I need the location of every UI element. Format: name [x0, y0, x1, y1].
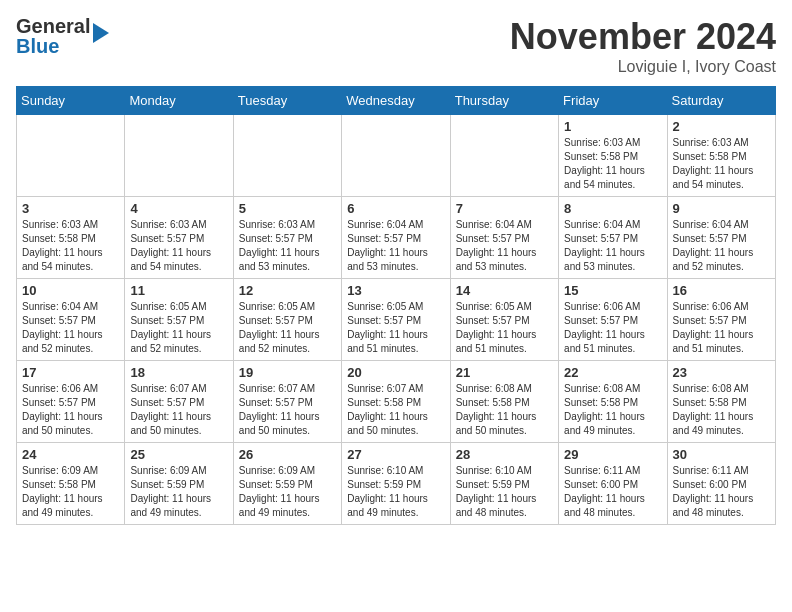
day-info: Sunrise: 6:05 AM Sunset: 5:57 PM Dayligh…	[130, 300, 227, 356]
calendar-cell: 21Sunrise: 6:08 AM Sunset: 5:58 PM Dayli…	[450, 361, 558, 443]
day-number: 22	[564, 365, 661, 380]
calendar-cell: 18Sunrise: 6:07 AM Sunset: 5:57 PM Dayli…	[125, 361, 233, 443]
logo: General Blue	[16, 16, 109, 56]
day-number: 6	[347, 201, 444, 216]
day-number: 25	[130, 447, 227, 462]
calendar-cell: 5Sunrise: 6:03 AM Sunset: 5:57 PM Daylig…	[233, 197, 341, 279]
title-block: November 2024 Loviguie I, Ivory Coast	[510, 16, 776, 76]
day-info: Sunrise: 6:05 AM Sunset: 5:57 PM Dayligh…	[456, 300, 553, 356]
day-info: Sunrise: 6:03 AM Sunset: 5:58 PM Dayligh…	[564, 136, 661, 192]
day-number: 13	[347, 283, 444, 298]
calendar-day-header: Tuesday	[233, 87, 341, 115]
day-info: Sunrise: 6:05 AM Sunset: 5:57 PM Dayligh…	[239, 300, 336, 356]
calendar-cell: 1Sunrise: 6:03 AM Sunset: 5:58 PM Daylig…	[559, 115, 667, 197]
day-info: Sunrise: 6:05 AM Sunset: 5:57 PM Dayligh…	[347, 300, 444, 356]
day-info: Sunrise: 6:04 AM Sunset: 5:57 PM Dayligh…	[22, 300, 119, 356]
calendar-cell: 15Sunrise: 6:06 AM Sunset: 5:57 PM Dayli…	[559, 279, 667, 361]
day-number: 18	[130, 365, 227, 380]
calendar-cell: 13Sunrise: 6:05 AM Sunset: 5:57 PM Dayli…	[342, 279, 450, 361]
calendar-cell: 12Sunrise: 6:05 AM Sunset: 5:57 PM Dayli…	[233, 279, 341, 361]
calendar-week-row: 17Sunrise: 6:06 AM Sunset: 5:57 PM Dayli…	[17, 361, 776, 443]
day-info: Sunrise: 6:03 AM Sunset: 5:57 PM Dayligh…	[239, 218, 336, 274]
calendar-cell: 11Sunrise: 6:05 AM Sunset: 5:57 PM Dayli…	[125, 279, 233, 361]
day-number: 8	[564, 201, 661, 216]
calendar-cell	[342, 115, 450, 197]
calendar-day-header: Wednesday	[342, 87, 450, 115]
day-info: Sunrise: 6:10 AM Sunset: 5:59 PM Dayligh…	[347, 464, 444, 520]
calendar-cell	[450, 115, 558, 197]
calendar-cell: 17Sunrise: 6:06 AM Sunset: 5:57 PM Dayli…	[17, 361, 125, 443]
day-number: 10	[22, 283, 119, 298]
calendar-cell	[233, 115, 341, 197]
location: Loviguie I, Ivory Coast	[510, 58, 776, 76]
day-number: 26	[239, 447, 336, 462]
day-info: Sunrise: 6:11 AM Sunset: 6:00 PM Dayligh…	[673, 464, 770, 520]
day-number: 30	[673, 447, 770, 462]
day-info: Sunrise: 6:04 AM Sunset: 5:57 PM Dayligh…	[347, 218, 444, 274]
calendar-cell: 9Sunrise: 6:04 AM Sunset: 5:57 PM Daylig…	[667, 197, 775, 279]
calendar-cell: 30Sunrise: 6:11 AM Sunset: 6:00 PM Dayli…	[667, 443, 775, 525]
calendar-cell: 23Sunrise: 6:08 AM Sunset: 5:58 PM Dayli…	[667, 361, 775, 443]
calendar-cell: 27Sunrise: 6:10 AM Sunset: 5:59 PM Dayli…	[342, 443, 450, 525]
calendar-cell: 20Sunrise: 6:07 AM Sunset: 5:58 PM Dayli…	[342, 361, 450, 443]
logo-bottom: Blue	[16, 36, 90, 56]
month-title: November 2024	[510, 16, 776, 58]
day-number: 29	[564, 447, 661, 462]
calendar-cell: 10Sunrise: 6:04 AM Sunset: 5:57 PM Dayli…	[17, 279, 125, 361]
calendar-cell: 25Sunrise: 6:09 AM Sunset: 5:59 PM Dayli…	[125, 443, 233, 525]
day-info: Sunrise: 6:10 AM Sunset: 5:59 PM Dayligh…	[456, 464, 553, 520]
calendar-cell: 8Sunrise: 6:04 AM Sunset: 5:57 PM Daylig…	[559, 197, 667, 279]
day-number: 1	[564, 119, 661, 134]
page-header: General Blue November 2024 Loviguie I, I…	[16, 16, 776, 76]
calendar-table: SundayMondayTuesdayWednesdayThursdayFrid…	[16, 86, 776, 525]
day-number: 23	[673, 365, 770, 380]
calendar-day-header: Thursday	[450, 87, 558, 115]
day-number: 7	[456, 201, 553, 216]
day-info: Sunrise: 6:04 AM Sunset: 5:57 PM Dayligh…	[673, 218, 770, 274]
logo-arrow-icon	[93, 23, 109, 43]
calendar-cell: 2Sunrise: 6:03 AM Sunset: 5:58 PM Daylig…	[667, 115, 775, 197]
day-number: 24	[22, 447, 119, 462]
day-number: 4	[130, 201, 227, 216]
day-number: 21	[456, 365, 553, 380]
calendar-cell: 28Sunrise: 6:10 AM Sunset: 5:59 PM Dayli…	[450, 443, 558, 525]
calendar-cell: 4Sunrise: 6:03 AM Sunset: 5:57 PM Daylig…	[125, 197, 233, 279]
day-number: 17	[22, 365, 119, 380]
day-info: Sunrise: 6:08 AM Sunset: 5:58 PM Dayligh…	[456, 382, 553, 438]
day-info: Sunrise: 6:07 AM Sunset: 5:58 PM Dayligh…	[347, 382, 444, 438]
day-info: Sunrise: 6:03 AM Sunset: 5:57 PM Dayligh…	[130, 218, 227, 274]
day-info: Sunrise: 6:06 AM Sunset: 5:57 PM Dayligh…	[564, 300, 661, 356]
calendar-cell: 14Sunrise: 6:05 AM Sunset: 5:57 PM Dayli…	[450, 279, 558, 361]
day-info: Sunrise: 6:04 AM Sunset: 5:57 PM Dayligh…	[456, 218, 553, 274]
calendar-cell: 29Sunrise: 6:11 AM Sunset: 6:00 PM Dayli…	[559, 443, 667, 525]
calendar-day-header: Sunday	[17, 87, 125, 115]
day-number: 19	[239, 365, 336, 380]
day-info: Sunrise: 6:09 AM Sunset: 5:59 PM Dayligh…	[130, 464, 227, 520]
day-info: Sunrise: 6:04 AM Sunset: 5:57 PM Dayligh…	[564, 218, 661, 274]
calendar-day-header: Saturday	[667, 87, 775, 115]
day-info: Sunrise: 6:06 AM Sunset: 5:57 PM Dayligh…	[673, 300, 770, 356]
calendar-week-row: 24Sunrise: 6:09 AM Sunset: 5:58 PM Dayli…	[17, 443, 776, 525]
day-number: 11	[130, 283, 227, 298]
calendar-day-header: Friday	[559, 87, 667, 115]
day-info: Sunrise: 6:08 AM Sunset: 5:58 PM Dayligh…	[564, 382, 661, 438]
day-number: 12	[239, 283, 336, 298]
day-info: Sunrise: 6:07 AM Sunset: 5:57 PM Dayligh…	[130, 382, 227, 438]
day-number: 16	[673, 283, 770, 298]
calendar-cell: 24Sunrise: 6:09 AM Sunset: 5:58 PM Dayli…	[17, 443, 125, 525]
day-number: 27	[347, 447, 444, 462]
day-number: 28	[456, 447, 553, 462]
calendar-cell: 6Sunrise: 6:04 AM Sunset: 5:57 PM Daylig…	[342, 197, 450, 279]
calendar-week-row: 1Sunrise: 6:03 AM Sunset: 5:58 PM Daylig…	[17, 115, 776, 197]
calendar-cell	[17, 115, 125, 197]
day-info: Sunrise: 6:09 AM Sunset: 5:59 PM Dayligh…	[239, 464, 336, 520]
day-info: Sunrise: 6:03 AM Sunset: 5:58 PM Dayligh…	[22, 218, 119, 274]
day-number: 3	[22, 201, 119, 216]
day-number: 2	[673, 119, 770, 134]
calendar-week-row: 3Sunrise: 6:03 AM Sunset: 5:58 PM Daylig…	[17, 197, 776, 279]
calendar-cell: 19Sunrise: 6:07 AM Sunset: 5:57 PM Dayli…	[233, 361, 341, 443]
day-number: 15	[564, 283, 661, 298]
calendar-cell: 16Sunrise: 6:06 AM Sunset: 5:57 PM Dayli…	[667, 279, 775, 361]
day-number: 5	[239, 201, 336, 216]
day-number: 9	[673, 201, 770, 216]
